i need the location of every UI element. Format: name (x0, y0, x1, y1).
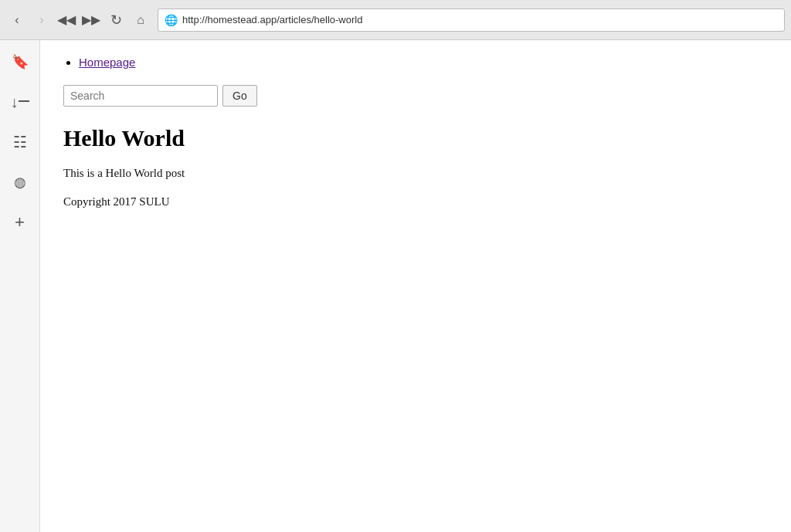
go-button[interactable]: Go (222, 85, 257, 107)
skip-forward-button[interactable]: ▶▶ (80, 9, 102, 31)
back-button[interactable]: ‹ (6, 9, 28, 31)
browser-toolbar: ‹ › ◀◀ ▶▶ ↻ ⌂ 🌐 (0, 0, 791, 40)
nav-list-item: Homepage (79, 56, 768, 69)
forward-button[interactable]: › (31, 9, 53, 31)
homepage-link[interactable]: Homepage (79, 56, 135, 69)
browser-body: 🔖 ↓ ☷ ◍ + Homepage Go Hello World This i… (0, 40, 791, 532)
search-input[interactable] (63, 85, 218, 107)
bookmark-icon[interactable]: 🔖 (8, 49, 32, 74)
download-icon[interactable]: ↓ (8, 90, 32, 114)
globe-icon: 🌐 (165, 14, 178, 26)
address-bar: 🌐 (158, 8, 785, 32)
article-body: This is a Hello World post (63, 167, 768, 180)
add-icon[interactable]: + (8, 210, 32, 235)
home-button[interactable]: ⌂ (130, 9, 151, 31)
sidebar: 🔖 ↓ ☷ ◍ + (0, 40, 40, 532)
article-footer: Copyright 2017 SULU (63, 195, 768, 208)
nav-list: Homepage (79, 56, 768, 69)
article-title: Hello World (63, 125, 768, 151)
skip-back-button[interactable]: ◀◀ (56, 9, 77, 31)
url-input[interactable] (182, 14, 778, 25)
search-form: Go (63, 85, 768, 107)
reload-button[interactable]: ↻ (105, 9, 127, 31)
history-icon[interactable]: ◍ (8, 170, 32, 195)
page-content: Homepage Go Hello World This is a Hello … (40, 40, 791, 532)
reader-icon[interactable]: ☷ (8, 130, 32, 154)
